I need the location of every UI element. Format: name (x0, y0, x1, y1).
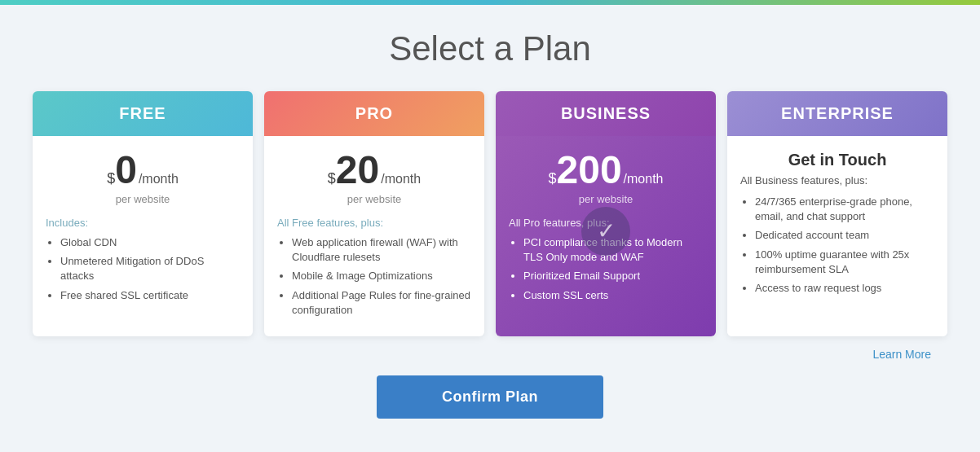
list-item: Access to raw request logs (755, 281, 934, 296)
list-item: Global CDN (60, 235, 240, 250)
enterprise-subtitle: All Business features, plus: (740, 174, 934, 187)
price-dollar-pro: $ (328, 171, 336, 186)
plan-name-business: BUSINESS (504, 104, 708, 123)
list-item: Web application firewall (WAF) with Clou… (292, 235, 471, 265)
learn-more-row: Learn More (33, 348, 947, 361)
plan-card-pro: PRO $ 20 /month per website All Free fea… (264, 91, 484, 336)
learn-more-link[interactable]: Learn More (872, 348, 931, 361)
price-per-website-business: per website (509, 193, 703, 205)
price-per-website-free: per website (46, 193, 240, 205)
plan-card-enterprise: ENTERPRISE Get in Touch All Business fea… (727, 91, 947, 336)
list-item: Prioritized Email Support (523, 269, 703, 283)
plans-container: FREE $ 0 /month per website Includes: Gl… (33, 91, 947, 336)
plan-body-enterprise: Get in Touch All Business features, plus… (727, 136, 947, 336)
list-item: Additional Page Rules for fine-grained c… (292, 288, 471, 318)
price-period-pro: /month (381, 172, 421, 187)
price-row-pro: $ 20 /month (277, 151, 471, 190)
page-title: Select a Plan (389, 29, 591, 68)
enterprise-title: Get in Touch (740, 151, 934, 169)
price-per-website-pro: per website (277, 193, 471, 205)
list-item: Free shared SSL certificate (60, 288, 240, 303)
plan-body-pro: $ 20 /month per website All Free feature… (264, 136, 484, 336)
price-dollar-business: $ (548, 171, 556, 186)
plan-header-business: BUSINESS (496, 91, 716, 136)
list-item: 24/7/365 enterprise-grade phone, email, … (755, 195, 934, 224)
features-list-free: Global CDN Unmetered Mitigation of DDoS … (46, 235, 240, 303)
plan-name-free: FREE (41, 104, 245, 123)
plan-card-business: BUSINESS ✓ $ 200 /month per website All … (496, 91, 716, 336)
list-item: Dedicated account team (755, 228, 934, 243)
features-label-pro: All Free features, plus: (277, 217, 471, 229)
price-row-free: $ 0 /month (46, 151, 240, 190)
price-dollar-free: $ (107, 171, 115, 186)
price-amount-business: 200 (557, 151, 622, 190)
confirm-btn-row: Confirm Plan (33, 375, 947, 419)
list-item: Unmetered Mitigation of DDoS attacks (60, 254, 240, 283)
price-period-business: /month (624, 172, 664, 187)
list-item: 100% uptime guarantee with 25x reimburse… (755, 248, 934, 277)
price-row-business: $ 200 /month (509, 151, 703, 190)
plan-card-free: FREE $ 0 /month per website Includes: Gl… (33, 91, 253, 336)
page-wrapper: Select a Plan FREE $ 0 /month per websit… (0, 5, 980, 443)
price-period-free: /month (139, 172, 179, 187)
features-list-pro: Web application firewall (WAF) with Clou… (277, 235, 471, 318)
plan-body-free: $ 0 /month per website Includes: Global … (33, 136, 253, 336)
list-item: Mobile & Image Optimizations (292, 269, 471, 283)
price-amount-free: 0 (115, 151, 137, 190)
features-label-free: Includes: (46, 217, 240, 229)
plan-header-enterprise: ENTERPRISE (727, 91, 947, 136)
confirm-plan-button[interactable]: Confirm Plan (377, 375, 603, 419)
plan-name-enterprise: ENTERPRISE (735, 104, 939, 123)
plan-header-free: FREE (33, 91, 253, 136)
features-list-enterprise: 24/7/365 enterprise-grade phone, email, … (740, 195, 934, 296)
list-item: Custom SSL certs (523, 288, 703, 303)
plan-header-pro: PRO (264, 91, 484, 136)
plan-body-business: ✓ $ 200 /month per website All Pro featu… (496, 136, 716, 336)
business-selected-overlay: ✓ (581, 207, 630, 256)
plan-name-pro: PRO (272, 104, 476, 123)
price-amount-pro: 20 (336, 151, 379, 190)
